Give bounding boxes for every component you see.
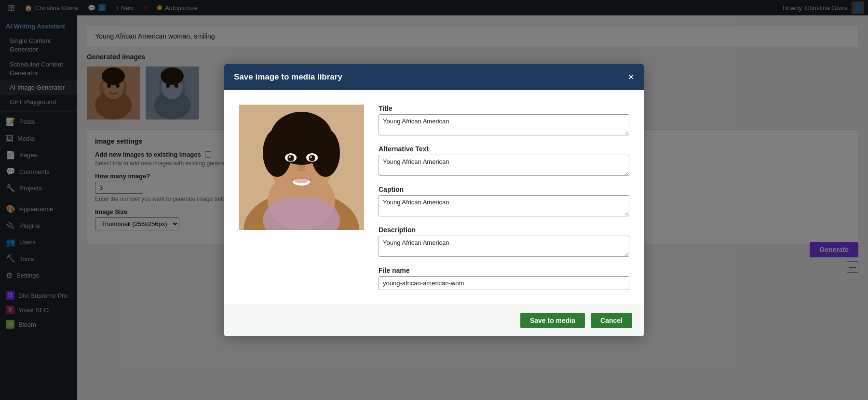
svg-point-30 [310,156,312,158]
modal-footer: Save to media Cancel [224,305,644,336]
modal-header: Save image to media library × [224,64,644,90]
alt-text-label: Alternative Text [379,145,629,153]
title-input[interactable] [379,114,629,135]
file-name-input[interactable] [379,276,629,290]
svg-point-26 [289,156,291,158]
modal-image [239,105,364,230]
title-wrapper [379,114,629,137]
caption-input[interactable] [379,195,629,216]
modal-overlay[interactable]: Save image to media library × [0,0,868,400]
alt-text-wrapper [379,155,629,178]
modal-title: Save image to media library [234,72,342,82]
svg-point-31 [298,165,305,170]
description-label: Description [379,226,629,234]
save-image-modal: Save image to media library × [224,64,644,336]
description-field-group: Description [379,226,629,259]
description-input[interactable] [379,236,629,257]
modal-close-button[interactable]: × [628,72,634,82]
modal-image-preview [239,105,364,290]
description-wrapper [379,236,629,259]
modal-fields: Title Alternative Text Caption [379,105,629,290]
alt-text-input[interactable] [379,155,629,176]
caption-wrapper [379,195,629,218]
save-to-media-button[interactable]: Save to media [520,313,585,328]
title-field-group: Title [379,105,629,137]
title-label: Title [379,105,629,112]
file-name-label: File name [379,267,629,274]
caption-label: Caption [379,186,629,193]
svg-point-22 [311,129,340,177]
file-name-field-group: File name [379,267,629,290]
modal-body: Title Alternative Text Caption [224,90,644,305]
alt-text-field-group: Alternative Text [379,145,629,178]
cancel-button[interactable]: Cancel [591,313,632,328]
svg-point-21 [263,129,292,177]
caption-field-group: Caption [379,186,629,218]
